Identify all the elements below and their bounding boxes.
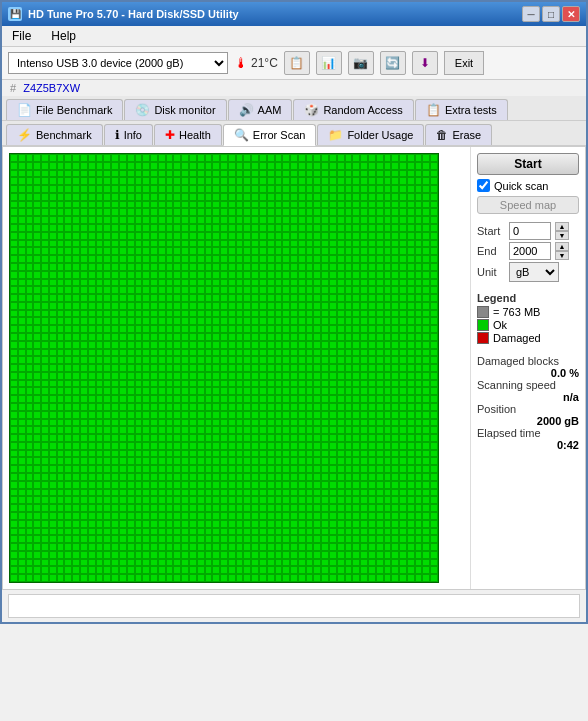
grid-cell — [10, 154, 18, 162]
grid-cell — [345, 473, 353, 481]
end-spin-up[interactable]: ▲ — [555, 242, 569, 251]
maximize-button[interactable]: □ — [542, 6, 560, 22]
grid-cell — [422, 216, 430, 224]
grid-cell — [282, 263, 290, 271]
grid-cell — [72, 528, 80, 536]
grid-cell — [158, 294, 166, 302]
grid-cell — [41, 271, 49, 279]
grid-cell — [368, 364, 376, 372]
grid-cell — [376, 387, 384, 395]
grid-cell — [142, 193, 150, 201]
start-button[interactable]: Start — [477, 153, 579, 175]
grid-cell — [189, 286, 197, 294]
grid-cell — [220, 341, 228, 349]
grid-cell — [399, 372, 407, 380]
tab-folder-usage[interactable]: 📁 Folder Usage — [317, 124, 424, 145]
tab-extra-tests[interactable]: 📋 Extra tests — [415, 99, 508, 120]
grid-cell — [189, 216, 197, 224]
toolbar-icon-5[interactable]: ⬇ — [412, 51, 438, 75]
grid-cell — [352, 551, 360, 559]
toolbar-icon-4[interactable]: 🔄 — [380, 51, 406, 75]
drive-select[interactable]: Intenso USB 3.0 device (2000 gB) — [8, 52, 228, 74]
grid-cell — [415, 208, 423, 216]
grid-cell — [422, 240, 430, 248]
tab-disk-monitor[interactable]: 💿 Disk monitor — [124, 99, 226, 120]
exit-button[interactable]: Exit — [444, 51, 484, 75]
legend-label-0: = 763 MB — [493, 306, 540, 318]
unit-select[interactable]: gB — [509, 262, 559, 282]
end-param-input[interactable] — [509, 242, 551, 260]
quick-scan-label[interactable]: Quick scan — [494, 180, 548, 192]
grid-cell — [267, 411, 275, 419]
grid-cell — [111, 535, 119, 543]
grid-cell — [41, 279, 49, 287]
grid-cell — [220, 302, 228, 310]
grid-cell — [18, 403, 26, 411]
tab-erase[interactable]: 🗑 Erase — [425, 124, 492, 145]
grid-cell — [407, 489, 415, 497]
grid-cell — [189, 395, 197, 403]
grid-cell — [430, 279, 438, 287]
toolbar-icon-1[interactable]: 📋 — [284, 51, 310, 75]
grid-cell — [72, 349, 80, 357]
grid-cell — [181, 294, 189, 302]
grid-cell — [275, 208, 283, 216]
tab-random-access[interactable]: 🎲 Random Access — [293, 99, 413, 120]
tab-benchmark[interactable]: ⚡ Benchmark — [6, 124, 103, 145]
grid-cell — [158, 528, 166, 536]
grid-cell — [275, 403, 283, 411]
start-param-input[interactable] — [509, 222, 551, 240]
grid-cell — [197, 216, 205, 224]
grid-cell — [368, 543, 376, 551]
minimize-button[interactable]: ─ — [522, 6, 540, 22]
grid-cell — [64, 201, 72, 209]
grid-cell — [228, 364, 236, 372]
grid-cell — [220, 512, 228, 520]
grid-cell — [33, 535, 41, 543]
grid-cell — [88, 286, 96, 294]
title-bar: 💾 HD Tune Pro 5.70 - Hard Disk/SSD Utili… — [2, 2, 586, 26]
grid-cell — [306, 154, 314, 162]
grid-cell — [18, 333, 26, 341]
toolbar-icon-2[interactable]: 📊 — [316, 51, 342, 75]
grid-cell — [135, 271, 143, 279]
quick-scan-checkbox[interactable] — [477, 179, 490, 192]
tab-info[interactable]: ℹ Info — [104, 124, 153, 145]
menu-file[interactable]: File — [8, 28, 35, 44]
grid-cell — [181, 528, 189, 536]
grid-cell — [103, 457, 111, 465]
device-id-link[interactable]: Z4Z5B7XW — [23, 82, 80, 94]
tab-health[interactable]: ✚ Health — [154, 124, 222, 145]
menu-help[interactable]: Help — [47, 28, 80, 44]
grid-cell — [103, 535, 111, 543]
grid-cell — [352, 489, 360, 497]
start-spin-down[interactable]: ▼ — [555, 231, 569, 240]
tab-file-benchmark[interactable]: 📄 File Benchmark — [6, 99, 123, 120]
grid-cell — [135, 395, 143, 403]
grid-cell — [391, 434, 399, 442]
grid-cell — [142, 232, 150, 240]
start-spin-up[interactable]: ▲ — [555, 222, 569, 231]
grid-cell — [41, 177, 49, 185]
grid-cell — [376, 411, 384, 419]
grid-cell — [142, 419, 150, 427]
grid-cell — [64, 528, 72, 536]
speed-map-button: Speed map — [477, 196, 579, 214]
grid-cell — [111, 232, 119, 240]
grid-cell — [368, 317, 376, 325]
close-button[interactable]: ✕ — [562, 6, 580, 22]
grid-cell — [158, 356, 166, 364]
end-spin-down[interactable]: ▼ — [555, 251, 569, 260]
grid-cell — [189, 504, 197, 512]
tab-error-scan[interactable]: 🔍 Error Scan — [223, 124, 317, 146]
grid-cell — [282, 419, 290, 427]
toolbar-icon-3[interactable]: 📷 — [348, 51, 374, 75]
grid-cell — [430, 349, 438, 357]
grid-cell — [150, 286, 158, 294]
grid-cell — [41, 240, 49, 248]
grid-cell — [205, 201, 213, 209]
grid-cell — [298, 520, 306, 528]
grid-cell — [298, 201, 306, 209]
tab-aam[interactable]: 🔊 AAM — [228, 99, 293, 120]
grid-cell — [49, 380, 57, 388]
